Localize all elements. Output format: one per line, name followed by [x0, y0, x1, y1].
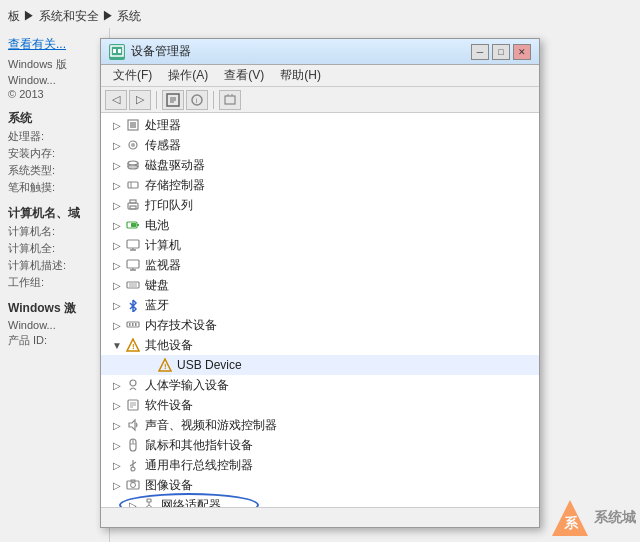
maximize-button[interactable]: □	[492, 44, 510, 60]
expand-audio: ▷	[109, 417, 125, 433]
other-devices-label: 其他设备	[145, 337, 193, 354]
tree-item-network[interactable]: ▷ 网络适配器	[101, 495, 539, 507]
svg-rect-31	[127, 260, 139, 268]
tree-item-battery[interactable]: ▷ 电池	[101, 215, 539, 235]
tree-item-processor[interactable]: ▷ 处理器	[101, 115, 539, 135]
menu-view[interactable]: 查看(V)	[216, 65, 272, 86]
svg-rect-9	[225, 96, 235, 104]
tree-item-usb-device[interactable]: ! USB Device	[101, 355, 539, 375]
menu-action[interactable]: 操作(A)	[160, 65, 216, 86]
tree-item-usb-controller[interactable]: ▷ 通用串行总线控制器	[101, 455, 539, 475]
expand-memory: ▷	[109, 317, 125, 333]
svg-text:!: !	[164, 362, 167, 371]
device-tree[interactable]: ▷ 处理器 ▷ 传感器 ▷ 磁盘驱动器 ▷	[101, 113, 539, 507]
tree-item-memory[interactable]: ▷ 内存技术设备	[101, 315, 539, 335]
windows-sub: Window...	[8, 74, 101, 86]
device-properties-button[interactable]	[162, 90, 184, 110]
tree-item-hid[interactable]: ▷ 人体学输入设备	[101, 375, 539, 395]
svg-point-16	[128, 161, 138, 165]
statusbar	[101, 507, 539, 527]
svg-rect-2	[118, 49, 121, 53]
keyboard-icon	[125, 277, 141, 293]
expand-usb-device	[141, 357, 157, 373]
usb-controller-icon	[125, 457, 141, 473]
usb-controller-label: 通用串行总线控制器	[145, 457, 253, 474]
memory-icon	[125, 317, 141, 333]
expand-software: ▷	[109, 397, 125, 413]
svg-rect-0	[111, 46, 123, 56]
scan-hardware-button[interactable]	[219, 90, 241, 110]
tree-item-mouse[interactable]: ▷ 鼠标和其他指针设备	[101, 435, 539, 455]
svg-point-45	[130, 380, 136, 386]
svg-rect-34	[127, 282, 139, 288]
toolbar: ◁ ▷ i	[101, 87, 539, 113]
imaging-label: 图像设备	[145, 477, 193, 494]
svg-line-60	[145, 505, 149, 507]
expand-battery: ▷	[109, 217, 125, 233]
tree-item-audio[interactable]: ▷ 声音、视频和游戏控制器	[101, 415, 539, 435]
tree-item-keyboard[interactable]: ▷ 键盘	[101, 275, 539, 295]
tree-item-imaging[interactable]: ▷ 图像设备	[101, 475, 539, 495]
svg-rect-1	[113, 49, 116, 53]
menu-file[interactable]: 文件(F)	[105, 65, 160, 86]
svg-rect-56	[147, 499, 151, 502]
tree-item-bluetooth[interactable]: ▷ 蓝牙	[101, 295, 539, 315]
back-button[interactable]: ◁	[105, 90, 127, 110]
expand-processor: ▷	[109, 117, 125, 133]
pen-touch-label: 笔和触摸:	[8, 180, 101, 195]
titlebar: 设备管理器 ─ □ ✕	[101, 39, 539, 65]
product-id-label: 产品 ID:	[8, 333, 101, 348]
tree-item-disk[interactable]: ▷ 磁盘驱动器	[101, 155, 539, 175]
forward-button[interactable]: ▷	[129, 90, 151, 110]
copyright: © 2013	[8, 88, 101, 100]
update-driver-button[interactable]: i	[186, 90, 208, 110]
expand-monitor: ▷	[109, 257, 125, 273]
svg-rect-40	[135, 323, 137, 326]
breadcrumb: 板 ▶ 系统和安全 ▶ 系统	[8, 8, 141, 25]
disk-icon	[125, 157, 141, 173]
tree-item-monitor[interactable]: ▷ 监视器	[101, 255, 539, 275]
svg-point-19	[128, 165, 138, 169]
svg-rect-13	[130, 122, 136, 128]
expand-computer: ▷	[109, 237, 125, 253]
sensor-icon	[125, 137, 141, 153]
other-devices-icon: !	[125, 337, 141, 353]
tree-item-software[interactable]: ▷ 软件设备	[101, 395, 539, 415]
expand-print: ▷	[109, 197, 125, 213]
tree-item-print[interactable]: ▷ 打印队列	[101, 195, 539, 215]
expand-disk: ▷	[109, 157, 125, 173]
expand-hid: ▷	[109, 377, 125, 393]
watermark: 系 系统城	[550, 498, 636, 538]
computer-full-label: 计算机全:	[8, 241, 101, 256]
tree-item-other-devices[interactable]: ▼ ! 其他设备	[101, 335, 539, 355]
processor-icon	[125, 117, 141, 133]
tree-item-computer[interactable]: ▷ 计算机	[101, 235, 539, 255]
workgroup-label: 工作组:	[8, 275, 101, 290]
svg-rect-28	[127, 240, 139, 248]
network-icon	[141, 497, 157, 507]
tree-item-sensor[interactable]: ▷ 传感器	[101, 135, 539, 155]
network-label: 网络适配器	[161, 497, 221, 508]
minimize-button[interactable]: ─	[471, 44, 489, 60]
imaging-icon	[125, 477, 141, 493]
svg-rect-39	[132, 323, 134, 326]
usb-device-label: USB Device	[177, 358, 242, 372]
svg-rect-38	[129, 323, 131, 326]
see-all-link[interactable]: 查看有关...	[8, 36, 101, 53]
print-icon	[125, 197, 141, 213]
computer-icon	[125, 237, 141, 253]
keyboard-label: 键盘	[145, 277, 169, 294]
toolbar-separator-2	[213, 91, 214, 109]
expand-keyboard: ▷	[109, 277, 125, 293]
menu-help[interactable]: 帮助(H)	[272, 65, 329, 86]
monitor-label: 监视器	[145, 257, 181, 274]
tree-item-storage[interactable]: ▷ 存储控制器	[101, 175, 539, 195]
toolbar-separator-1	[156, 91, 157, 109]
battery-icon	[125, 217, 141, 233]
bg-sidebar: 查看有关... Windows 版 Window... © 2013 系统 处理…	[0, 28, 110, 542]
usb-device-icon: !	[157, 357, 173, 373]
close-button[interactable]: ✕	[513, 44, 531, 60]
storage-label: 存储控制器	[145, 177, 205, 194]
audio-icon	[125, 417, 141, 433]
svg-rect-23	[130, 200, 136, 203]
